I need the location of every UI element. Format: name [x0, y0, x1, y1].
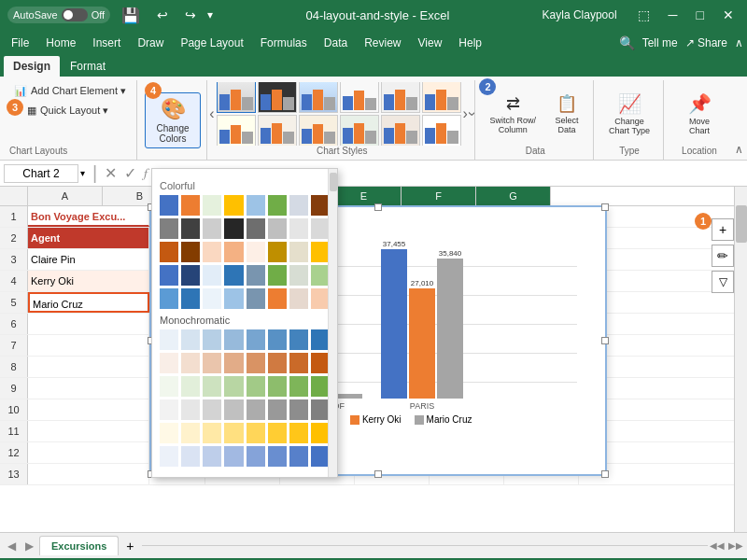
- cell-a5[interactable]: Mario Cruz: [28, 292, 149, 313]
- color-swatch[interactable]: [247, 195, 265, 216]
- mono-swatch[interactable]: [247, 446, 265, 467]
- color-swatch[interactable]: [311, 218, 330, 239]
- color-swatch[interactable]: [247, 218, 265, 239]
- cell-a2[interactable]: Agent: [28, 228, 149, 248]
- cancel-entry[interactable]: ✕: [105, 164, 117, 182]
- mono-swatch[interactable]: [311, 329, 330, 350]
- mono-swatch[interactable]: [289, 446, 308, 467]
- select-data-button[interactable]: 📋 SelectData: [546, 89, 587, 139]
- menu-data[interactable]: Data: [317, 33, 355, 53]
- color-swatch[interactable]: [268, 195, 287, 216]
- color-swatch[interactable]: [181, 195, 200, 216]
- function-icon[interactable]: 𝑓: [144, 165, 148, 181]
- menu-home[interactable]: Home: [38, 33, 83, 53]
- sheet-scroll-right[interactable]: ▶▶: [728, 540, 743, 551]
- mono-swatch[interactable]: [160, 399, 178, 420]
- menu-insert[interactable]: Insert: [85, 33, 128, 53]
- cell-a12[interactable]: [28, 442, 149, 463]
- col-header-e[interactable]: E: [327, 187, 402, 205]
- styles-scroll-left[interactable]: ‹: [209, 105, 214, 122]
- color-swatch[interactable]: [289, 242, 308, 262]
- name-box-dropdown[interactable]: ▾: [80, 168, 85, 178]
- undo-redo-more[interactable]: ▾: [207, 8, 213, 21]
- switch-row-column-button[interactable]: ⇄ Switch Row/Column: [483, 89, 543, 139]
- chart-style-11[interactable]: [381, 115, 420, 146]
- tab-format[interactable]: Format: [61, 56, 115, 77]
- mono-swatch[interactable]: [224, 446, 243, 467]
- next-sheet-btn[interactable]: ▶: [21, 538, 37, 554]
- mono-swatch[interactable]: [289, 399, 308, 420]
- mono-swatch[interactable]: [247, 353, 265, 373]
- mono-swatch[interactable]: [181, 353, 200, 373]
- menu-draw[interactable]: Draw: [130, 33, 171, 53]
- move-chart-button[interactable]: 📌 MoveChart: [671, 88, 727, 140]
- tab-design[interactable]: Design: [4, 56, 60, 77]
- handle-bc[interactable]: [374, 470, 382, 478]
- sheet-tab-excursions[interactable]: Excursions: [39, 536, 119, 555]
- mono-swatch[interactable]: [203, 423, 221, 443]
- chart-style-4[interactable]: [340, 82, 379, 113]
- quick-layout-button[interactable]: 3 ▦ Quick Layout ▾: [9, 102, 113, 119]
- color-swatch[interactable]: [203, 242, 221, 262]
- confirm-entry[interactable]: ✓: [124, 164, 136, 182]
- prev-sheet-btn[interactable]: ◀: [4, 538, 20, 554]
- ribbon-collapse[interactable]: ∧: [735, 36, 743, 49]
- cell-a8[interactable]: [28, 357, 149, 377]
- chart-style-6[interactable]: [422, 82, 461, 113]
- chart-style-12[interactable]: [422, 115, 461, 146]
- mono-swatch[interactable]: [224, 376, 243, 397]
- color-swatch[interactable]: [203, 195, 221, 216]
- color-swatch[interactable]: [224, 288, 243, 309]
- mono-swatch[interactable]: [268, 423, 287, 443]
- menu-help[interactable]: Help: [451, 33, 489, 53]
- menu-view[interactable]: View: [411, 33, 450, 53]
- color-swatch[interactable]: [311, 242, 330, 262]
- color-swatch[interactable]: [289, 195, 308, 216]
- chart-style-5[interactable]: [381, 82, 420, 113]
- cell-a4[interactable]: Kerry Oki: [28, 271, 149, 291]
- handle-tr[interactable]: [601, 203, 609, 211]
- color-swatch[interactable]: [181, 242, 200, 262]
- mono-swatch[interactable]: [247, 423, 265, 443]
- menu-file[interactable]: File: [4, 33, 36, 53]
- mono-swatch[interactable]: [311, 446, 330, 467]
- mono-swatch[interactable]: [311, 353, 330, 373]
- ribbon-collapse-btn[interactable]: ∧: [735, 80, 743, 160]
- color-swatch[interactable]: [311, 265, 330, 286]
- mono-swatch[interactable]: [289, 423, 308, 443]
- menu-review[interactable]: Review: [357, 33, 408, 53]
- mono-swatch[interactable]: [289, 353, 308, 373]
- mono-swatch[interactable]: [268, 399, 287, 420]
- color-swatch[interactable]: [268, 265, 287, 286]
- mono-swatch[interactable]: [224, 399, 243, 420]
- chart-style-9[interactable]: [299, 115, 338, 146]
- mono-swatch[interactable]: [268, 446, 287, 467]
- color-swatch[interactable]: [203, 288, 221, 309]
- cell-a9[interactable]: [28, 378, 149, 399]
- color-swatch[interactable]: [224, 218, 243, 239]
- scrollbar-thumb[interactable]: [736, 205, 747, 243]
- ribbon-display-options[interactable]: ⬚: [632, 6, 655, 24]
- color-swatch[interactable]: [268, 218, 287, 239]
- mono-swatch[interactable]: [268, 376, 287, 397]
- cell-a3[interactable]: Claire Pin: [28, 249, 149, 270]
- mono-swatch[interactable]: [160, 446, 178, 467]
- add-sheet-button[interactable]: +: [120, 537, 139, 555]
- mono-swatch[interactable]: [224, 329, 243, 350]
- color-swatch[interactable]: [247, 242, 265, 262]
- color-swatch[interactable]: [247, 288, 265, 309]
- close-button[interactable]: ✕: [717, 6, 740, 24]
- col-header-a[interactable]: A: [28, 187, 103, 205]
- chart-style-1[interactable]: [217, 82, 256, 113]
- color-swatch[interactable]: [203, 218, 221, 239]
- undo-button[interactable]: ↩: [151, 6, 174, 24]
- add-chart-element-button[interactable]: 📊 Add Chart Element ▾: [9, 82, 131, 100]
- cell-a7[interactable]: [28, 335, 149, 356]
- handle-br[interactable]: [601, 470, 609, 478]
- cell-a1[interactable]: Bon Voyage Excu...: [28, 206, 149, 227]
- mono-swatch[interactable]: [203, 376, 221, 397]
- mono-swatch[interactable]: [203, 446, 221, 467]
- col-header-g[interactable]: G: [476, 187, 551, 205]
- color-swatch[interactable]: [224, 265, 243, 286]
- redo-button[interactable]: ↪: [179, 6, 202, 24]
